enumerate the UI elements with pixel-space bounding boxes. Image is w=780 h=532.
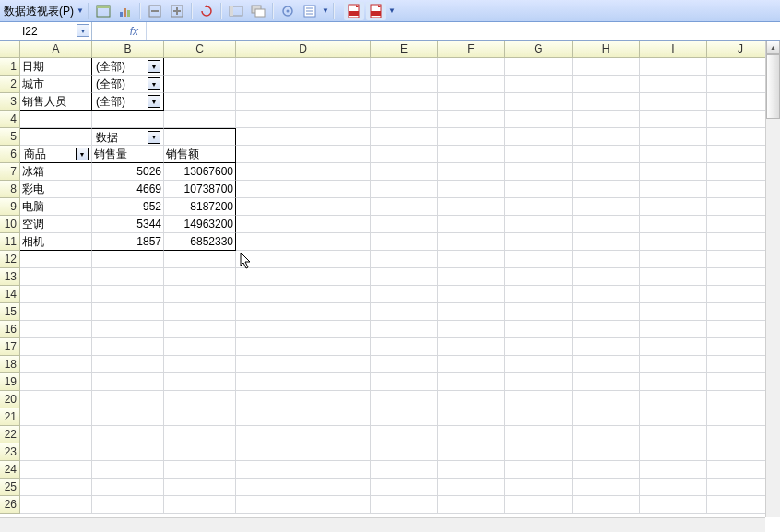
cell[interactable] <box>92 286 164 303</box>
cell[interactable] <box>20 338 92 356</box>
cell[interactable] <box>236 303 371 321</box>
cell[interactable] <box>236 321 371 338</box>
cell[interactable] <box>640 426 707 443</box>
cell[interactable] <box>371 128 438 146</box>
cell[interactable] <box>505 338 573 356</box>
format-report-icon[interactable] <box>93 2 113 20</box>
cell[interactable] <box>164 251 236 268</box>
cell[interactable]: 5344 <box>92 216 164 233</box>
cell[interactable] <box>92 479 164 496</box>
cell[interactable] <box>573 58 640 76</box>
cell[interactable] <box>640 286 707 303</box>
cell[interactable]: 销售人员 <box>20 93 92 111</box>
cell[interactable] <box>164 93 236 111</box>
cell[interactable] <box>438 128 505 146</box>
cell[interactable] <box>20 251 92 268</box>
cell[interactable] <box>164 443 236 461</box>
cell[interactable]: 6852330 <box>164 233 236 251</box>
cell[interactable] <box>640 93 707 111</box>
cell[interactable] <box>371 356 438 373</box>
cell[interactable] <box>20 303 92 321</box>
toolbar-overflow-2[interactable]: ▼ <box>387 2 396 20</box>
cell[interactable] <box>573 233 640 251</box>
horizontal-scrollbar[interactable] <box>0 517 765 532</box>
cell[interactable] <box>20 461 92 479</box>
cell[interactable] <box>505 251 573 268</box>
name-box[interactable]: I22 ▼ <box>0 22 92 40</box>
cell[interactable] <box>371 251 438 268</box>
cell[interactable] <box>438 251 505 268</box>
cell[interactable] <box>20 356 92 373</box>
cell[interactable] <box>92 338 164 356</box>
cell[interactable] <box>640 321 707 338</box>
cell[interactable] <box>438 373 505 391</box>
cell[interactable] <box>505 391 573 408</box>
cell[interactable] <box>505 93 573 111</box>
cell[interactable] <box>92 461 164 479</box>
cell[interactable] <box>236 163 371 181</box>
cell[interactable] <box>371 181 438 198</box>
cell[interactable] <box>20 286 92 303</box>
cell[interactable]: 日期 <box>20 58 92 76</box>
cell[interactable] <box>573 461 640 479</box>
cell[interactable] <box>573 216 640 233</box>
pivot-field-button[interactable]: 数据▼ <box>94 129 161 145</box>
include-hidden-icon[interactable] <box>226 2 246 20</box>
cell[interactable] <box>371 461 438 479</box>
cell[interactable] <box>505 286 573 303</box>
cell[interactable] <box>371 443 438 461</box>
cell[interactable] <box>640 373 707 391</box>
cell[interactable] <box>505 58 573 76</box>
cell[interactable] <box>164 286 236 303</box>
row-header[interactable]: 16 <box>0 321 20 338</box>
cell[interactable] <box>505 426 573 443</box>
cell[interactable] <box>92 251 164 268</box>
cell[interactable] <box>640 58 707 76</box>
cell[interactable]: 电脑 <box>20 198 92 216</box>
cell[interactable] <box>573 163 640 181</box>
cell[interactable] <box>236 426 371 443</box>
cell[interactable] <box>438 146 505 163</box>
cell[interactable] <box>505 461 573 479</box>
cell[interactable]: 相机 <box>20 233 92 251</box>
cell[interactable]: 空调 <box>20 216 92 233</box>
cell[interactable] <box>438 181 505 198</box>
row-header[interactable]: 14 <box>0 286 20 303</box>
cell[interactable]: 销售量 <box>92 146 164 163</box>
cell[interactable] <box>438 479 505 496</box>
cell[interactable] <box>640 128 707 146</box>
cell[interactable] <box>371 58 438 76</box>
cell[interactable] <box>640 356 707 373</box>
row-header[interactable]: 13 <box>0 268 20 286</box>
cell[interactable] <box>438 443 505 461</box>
cell[interactable] <box>505 496 573 514</box>
cell[interactable] <box>640 198 707 216</box>
cell[interactable] <box>371 338 438 356</box>
cell[interactable] <box>164 461 236 479</box>
cell[interactable] <box>438 58 505 76</box>
cell[interactable] <box>92 303 164 321</box>
cell[interactable] <box>236 479 371 496</box>
dropdown-arrow-icon[interactable]: ▼ <box>76 148 89 160</box>
cell[interactable] <box>20 479 92 496</box>
row-header[interactable]: 10 <box>0 216 20 233</box>
pivot-toolbar-label[interactable]: 数据透视表(P) <box>2 6 76 17</box>
cell[interactable] <box>164 479 236 496</box>
export-pdf-icon[interactable] <box>344 2 364 20</box>
cell[interactable] <box>371 76 438 93</box>
pivot-field-button[interactable]: (全部)▼ <box>94 93 161 110</box>
cell[interactable] <box>640 303 707 321</box>
cell[interactable] <box>505 181 573 198</box>
cell[interactable]: 14963200 <box>164 216 236 233</box>
cell[interactable]: 8187200 <box>164 198 236 216</box>
row-header[interactable]: 12 <box>0 251 20 268</box>
cell[interactable] <box>438 163 505 181</box>
cell[interactable]: 10738700 <box>164 181 236 198</box>
cell[interactable] <box>505 479 573 496</box>
pivot-toolbar-dropdown[interactable]: ▼ <box>76 2 85 20</box>
cell[interactable] <box>371 286 438 303</box>
cell[interactable] <box>371 268 438 286</box>
cell[interactable] <box>573 146 640 163</box>
col-header[interactable]: H <box>573 41 640 58</box>
cell[interactable] <box>92 356 164 373</box>
